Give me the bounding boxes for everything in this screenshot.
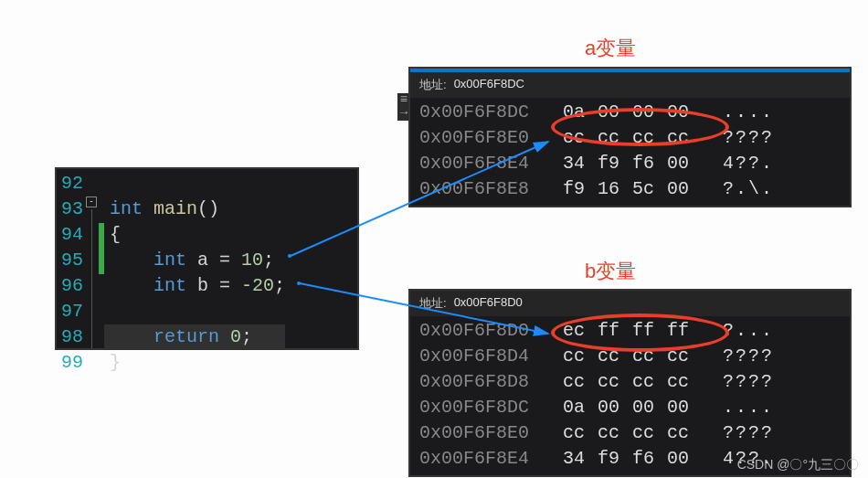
num-literal: 10: [241, 250, 263, 271]
memory-byte: ff: [591, 318, 626, 344]
memory-byte: cc: [626, 369, 661, 395]
memory-address-label: 地址:: [419, 77, 447, 93]
lbrace: {: [110, 224, 121, 245]
memory-ascii: ....: [695, 100, 774, 125]
label-variable-b: b变量: [585, 258, 636, 285]
memory-byte: 34: [556, 151, 591, 176]
fold-gutter: -: [86, 169, 99, 348]
fold-line: [91, 209, 92, 348]
memory-row: 0x00F6F8E0cccccccc????: [419, 420, 841, 446]
line-number: 99: [61, 350, 83, 376]
memory-panel-a: 地址: 0x00F6F8DC 0x00F6F8DC0a000000.... 0x…: [408, 67, 852, 207]
memory-byte: cc: [556, 125, 591, 151]
memory-row: 0x00F6F8E434f9f6004??.: [419, 151, 841, 176]
memory-ascii: ....: [695, 395, 774, 420]
memory-row: 0x00F6F8D8cccccccc????: [419, 369, 841, 395]
memory-rows: 0x00F6F8DC0a000000.... 0x00F6F8E0ccccccc…: [410, 98, 850, 206]
memory-byte: cc: [591, 344, 626, 369]
line-number: 92: [61, 171, 83, 197]
edit-mark-green: [99, 223, 104, 274]
memory-byte: f9: [591, 151, 626, 176]
line-number: 96: [61, 273, 83, 299]
memory-row: 0x00F6F8DC0a000000....: [419, 395, 841, 420]
memory-ascii: 4??.: [695, 151, 774, 176]
memory-addr: 0x00F6F8E8: [419, 176, 556, 202]
memory-byte: ff: [626, 318, 661, 344]
code-editor-panel: 92 93 94 95 96 97 98 99 - int main() { i…: [55, 167, 359, 350]
memory-byte: cc: [626, 344, 661, 369]
memory-addr: 0x00F6F8E0: [419, 420, 556, 446]
fold-minus-icon[interactable]: -: [86, 197, 97, 207]
kw-return: return: [153, 326, 219, 347]
parens: (): [197, 198, 219, 219]
memory-byte: cc: [591, 125, 626, 151]
memory-addr: 0x00F6F8D0: [419, 318, 556, 344]
memory-address-label: 地址:: [419, 295, 447, 312]
memory-byte: f6: [626, 151, 661, 176]
memory-row: 0x00F6F8D4cccccccc????: [419, 344, 841, 369]
memory-row: 0x00F6F8D0ecffffff?...: [419, 318, 841, 344]
memory-header: 地址: 0x00F6F8DC: [410, 72, 850, 98]
line-number: 98: [61, 324, 83, 350]
memory-header: 地址: 0x00F6F8D0: [410, 291, 850, 316]
line-number: 94: [61, 222, 83, 248]
memory-ascii: ????: [695, 420, 774, 446]
memory-byte: 00: [661, 151, 695, 176]
memory-addr: 0x00F6F8E4: [419, 151, 556, 176]
memory-addr: 0x00F6F8D4: [419, 344, 556, 369]
memory-byte: cc: [661, 420, 695, 446]
line-number: 93: [61, 197, 83, 222]
memory-ascii: ?.\.: [695, 176, 774, 202]
label-variable-a: a变量: [585, 35, 636, 62]
kw-int: int: [110, 198, 143, 219]
memory-byte: f6: [626, 446, 661, 472]
memory-ascii: ????: [695, 369, 774, 395]
memory-byte: 00: [626, 100, 661, 125]
memory-row: 0x00F6F8DC0a000000....: [419, 100, 841, 125]
memory-ascii: ????: [695, 125, 774, 151]
memory-byte: 0a: [556, 100, 591, 125]
memory-byte: cc: [626, 125, 661, 151]
memory-byte: ec: [556, 318, 591, 344]
fn-main: main: [153, 198, 197, 219]
memory-byte: cc: [556, 344, 591, 369]
memory-byte: cc: [556, 420, 591, 446]
memory-address-value[interactable]: 0x00F6F8DC: [454, 77, 524, 93]
line-number-gutter: 92 93 94 95 96 97 98 99: [57, 169, 86, 348]
code-body[interactable]: int main() { int a = 10; int b = -20; re…: [104, 169, 285, 348]
memory-byte: f9: [591, 446, 626, 472]
memory-byte: 0a: [556, 395, 591, 420]
memory-byte: cc: [661, 369, 695, 395]
memory-byte: 00: [591, 395, 626, 420]
rbrace: }: [110, 352, 121, 373]
code-text: a =: [186, 250, 241, 271]
semi: ;: [241, 326, 252, 347]
semi: ;: [274, 275, 285, 296]
kw-int: int: [153, 275, 186, 296]
edit-mark-gutter: [99, 169, 104, 348]
memory-rows: 0x00F6F8D0ecffffff?... 0x00F6F8D4ccccccc…: [410, 316, 850, 475]
kw-int: int: [153, 250, 186, 271]
line-number: 97: [61, 299, 83, 324]
memory-byte: 00: [661, 446, 695, 472]
memory-byte: cc: [556, 369, 591, 395]
watermark: CSDN @〇°九三〇〇: [737, 457, 859, 473]
memory-addr: 0x00F6F8DC: [419, 100, 556, 125]
memory-panel-b: 地址: 0x00F6F8D0 0x00F6F8D0ecffffff?... 0x…: [408, 289, 852, 477]
memory-byte: cc: [661, 344, 695, 369]
memory-byte: f9: [556, 176, 591, 202]
memory-byte: 00: [661, 176, 695, 202]
num-literal: 0: [219, 326, 241, 347]
memory-addr: 0x00F6F8D8: [419, 369, 556, 395]
memory-byte: cc: [661, 125, 695, 151]
memory-byte: cc: [591, 369, 626, 395]
memory-address-value[interactable]: 0x00F6F8D0: [454, 295, 523, 312]
line-number: 95: [61, 248, 83, 273]
memory-addr: 0x00F6F8DC: [419, 395, 556, 420]
memory-row: 0x00F6F8E0cccccccc????: [419, 125, 841, 151]
memory-byte: 34: [556, 446, 591, 472]
memory-ascii: ?...: [695, 318, 774, 344]
memory-byte: 16: [591, 176, 626, 202]
memory-byte: 00: [626, 395, 661, 420]
memory-ascii: ????: [695, 344, 774, 369]
